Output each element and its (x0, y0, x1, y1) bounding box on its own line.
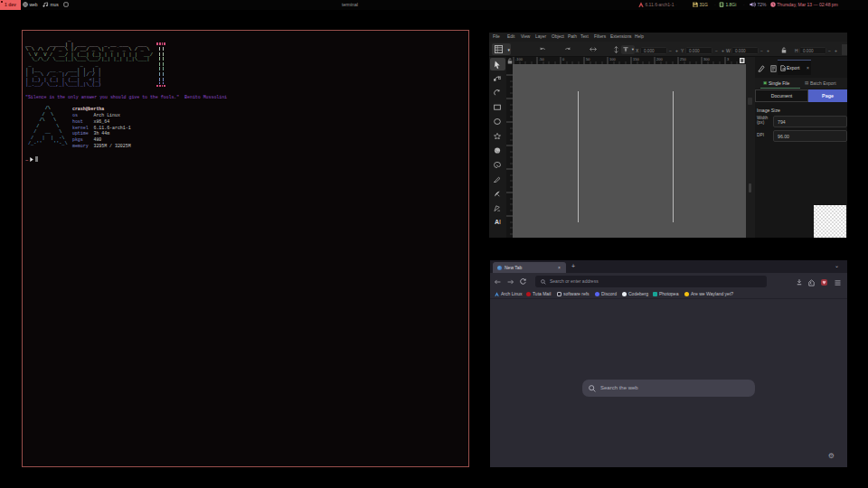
svg-text:300: 300 (703, 57, 710, 61)
svg-text:150: 150 (633, 57, 639, 61)
svg-text:-50: -50 (539, 57, 545, 61)
svg-text:3: 3 (727, 57, 730, 61)
svg-text:-100: -100 (515, 57, 524, 61)
svg-text:0: 0 (562, 57, 565, 61)
svg-text:200: 200 (656, 57, 663, 61)
svg-text:100: 100 (609, 57, 616, 61)
svg-text:250: 250 (680, 57, 686, 61)
svg-text:50: 50 (586, 57, 590, 61)
